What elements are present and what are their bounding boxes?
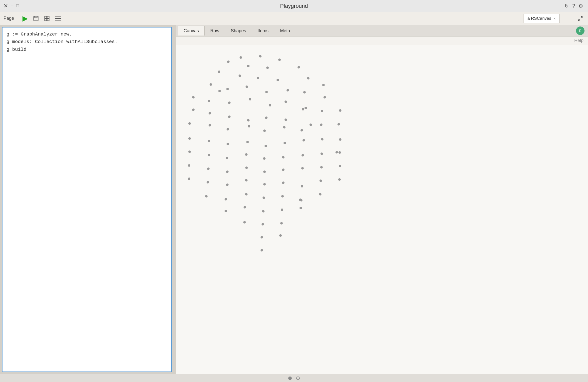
canvas-dot: [188, 150, 191, 153]
canvas-dot: [225, 198, 227, 200]
canvas-dot: [228, 102, 231, 104]
canvas-dot: [285, 100, 287, 103]
canvas-dot: [302, 108, 304, 110]
canvas-dot: [338, 178, 341, 181]
maximize-icon[interactable]: □: [16, 3, 19, 8]
canvas-dot: [263, 170, 266, 173]
canvas-dot: [245, 193, 248, 196]
canvas-dot: [227, 128, 229, 130]
canvas-dot: [226, 157, 228, 159]
roassal-icon: R: [576, 26, 585, 35]
canvas-area[interactable]: [176, 45, 588, 374]
close-icon[interactable]: ✕: [3, 3, 8, 9]
panel-divider[interactable]: [174, 25, 176, 374]
run-button[interactable]: ▶: [21, 13, 29, 24]
canvas-dot: [263, 183, 266, 186]
canvas-dot: [263, 157, 266, 160]
canvas-dot: [249, 98, 251, 100]
tab-shapes[interactable]: Shapes: [225, 26, 252, 36]
code-panel: g := GraphAnalyzer new. g models: Collec…: [2, 27, 172, 372]
canvas-dot: [246, 86, 248, 88]
svg-rect-5: [47, 19, 49, 21]
canvas-dot: [210, 83, 212, 86]
canvas-dot: [339, 138, 341, 141]
canvas-tabs: Canvas Raw Shapes Items Meta R: [176, 25, 588, 36]
canvas-dot: [261, 236, 263, 238]
svg-rect-2: [45, 16, 47, 18]
canvas-tab-close[interactable]: ×: [554, 16, 556, 20]
canvas-dot: [279, 234, 282, 237]
canvas-dot: [320, 124, 322, 126]
canvas-dot: [205, 195, 208, 198]
canvas-dot: [228, 116, 231, 118]
canvas-dot: [303, 91, 306, 94]
minimize-icon[interactable]: −: [10, 3, 14, 9]
canvas-dot: [259, 55, 262, 58]
canvas-dot: [208, 154, 210, 156]
titlebar-left: ✕ − □: [0, 3, 19, 9]
canvas-dot: [192, 108, 195, 111]
refresh-icon[interactable]: ↻: [565, 3, 569, 9]
canvas-dot: [243, 221, 246, 224]
canvas-dot: [285, 118, 287, 121]
canvas-dot: [304, 107, 307, 109]
canvas-dot: [188, 178, 190, 180]
canvas-dot: [265, 116, 268, 119]
status-dot-filled: [288, 376, 292, 380]
canvas-tab[interactable]: a RSCanvas ×: [524, 14, 560, 23]
canvas-dot: [283, 126, 286, 128]
tab-canvas[interactable]: Canvas: [178, 26, 205, 36]
canvas-dot: [207, 168, 210, 170]
canvas-dot: [322, 84, 325, 86]
canvas-dot: [320, 152, 323, 155]
settings-icon[interactable]: ⚙: [579, 3, 583, 9]
canvas-dot: [301, 185, 303, 188]
status-dot-outline: [296, 376, 300, 380]
tab-raw[interactable]: Raw: [205, 26, 225, 36]
help-icon[interactable]: ?: [572, 3, 575, 9]
canvas-dot: [226, 88, 229, 90]
canvas-dot: [297, 66, 300, 68]
canvas-dot: [209, 112, 211, 114]
save-button[interactable]: [31, 14, 40, 22]
statusbar: [0, 374, 588, 382]
canvas-dot: [309, 124, 312, 126]
grid-button[interactable]: [42, 14, 51, 22]
canvas-dot: [257, 77, 259, 79]
svg-rect-1: [35, 19, 37, 21]
canvas-tab-label: a RSCanvas: [527, 16, 551, 21]
titlebar-right: ↻ ? ⚙: [565, 3, 588, 9]
canvas-dot: [321, 110, 323, 112]
canvas-dot: [218, 90, 221, 92]
right-panel: Canvas Raw Shapes Items Meta R Help: [176, 25, 588, 374]
menu-button[interactable]: [53, 15, 62, 22]
canvas-dot: [282, 156, 285, 158]
canvas-dot: [287, 89, 289, 92]
tab-items[interactable]: Items: [252, 26, 274, 36]
canvas-dot: [280, 222, 283, 224]
canvas-dot: [246, 141, 249, 143]
canvas-dot: [301, 167, 304, 170]
canvas-dot: [301, 154, 304, 156]
canvas-dot: [240, 56, 242, 59]
canvas-dot: [262, 210, 265, 212]
canvas-dot: [188, 164, 190, 167]
canvas-dot: [282, 168, 285, 171]
canvas-dot: [244, 206, 246, 208]
expand-button[interactable]: [576, 15, 585, 22]
help-text: Help: [176, 36, 588, 45]
canvas-dot: [247, 119, 250, 122]
canvas-dot: [248, 125, 250, 128]
tab-meta[interactable]: Meta: [274, 26, 296, 36]
canvas-dot: [337, 123, 340, 126]
canvas-dot: [247, 65, 250, 67]
canvas-dot: [339, 165, 341, 167]
code-editor[interactable]: g := GraphAnalyzer new. g models: Collec…: [2, 28, 171, 372]
canvas-dot: [263, 196, 265, 199]
canvas-dot: [302, 139, 305, 142]
canvas-dot: [338, 151, 341, 154]
canvas-dot: [261, 249, 263, 252]
canvas-dot: [225, 210, 227, 212]
svg-rect-4: [45, 19, 47, 21]
toolbar: Page ▶ a RSCanvas ×: [0, 12, 588, 25]
